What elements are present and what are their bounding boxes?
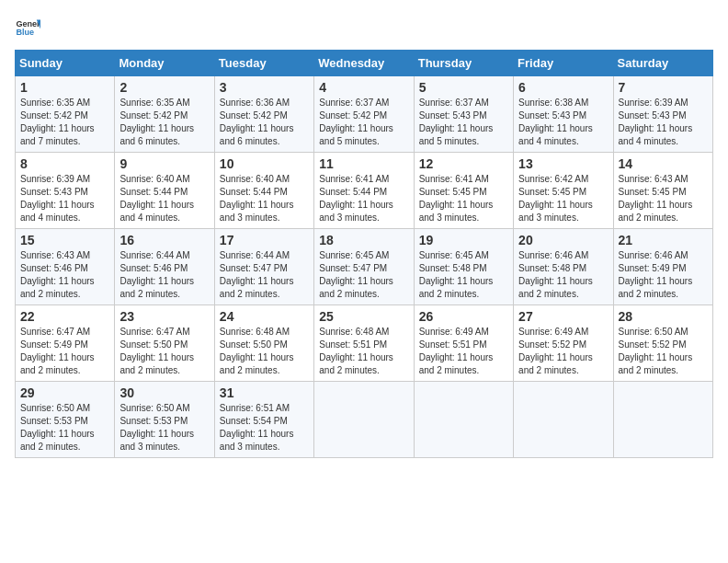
day-info: Sunrise: 6:42 AMSunset: 5:45 PMDaylight:… — [518, 173, 608, 224]
calendar-cell: 15 Sunrise: 6:43 AMSunset: 5:46 PMDaylig… — [16, 229, 115, 305]
calendar-cell: 12 Sunrise: 6:41 AMSunset: 5:45 PMDaylig… — [414, 153, 513, 229]
day-info: Sunrise: 6:50 AMSunset: 5:53 PMDaylight:… — [119, 402, 209, 454]
day-info: Sunrise: 6:50 AMSunset: 5:52 PMDaylight:… — [619, 326, 708, 377]
calendar-cell: 24 Sunrise: 6:48 AMSunset: 5:50 PMDaylig… — [214, 305, 313, 382]
day-info: Sunrise: 6:35 AMSunset: 5:42 PMDaylight:… — [20, 97, 109, 148]
calendar-cell — [414, 382, 513, 458]
calendar-cell: 10 Sunrise: 6:40 AMSunset: 5:44 PMDaylig… — [214, 153, 313, 229]
calendar-cell: 9 Sunrise: 6:40 AMSunset: 5:44 PMDayligh… — [115, 153, 214, 229]
weekday-header-saturday: Saturday — [613, 51, 712, 76]
day-number: 26 — [419, 309, 508, 324]
day-info: Sunrise: 6:37 AMSunset: 5:43 PMDaylight:… — [419, 97, 508, 148]
calendar-cell: 17 Sunrise: 6:44 AMSunset: 5:47 PMDaylig… — [214, 229, 313, 305]
page-header: General Blue — [15, 15, 713, 40]
calendar-cell: 31 Sunrise: 6:51 AMSunset: 5:54 PMDaylig… — [214, 382, 313, 458]
calendar-cell: 27 Sunrise: 6:49 AMSunset: 5:52 PMDaylig… — [514, 305, 613, 382]
calendar-cell: 11 Sunrise: 6:41 AMSunset: 5:44 PMDaylig… — [314, 153, 414, 229]
day-number: 21 — [619, 233, 708, 247]
day-info: Sunrise: 6:46 AMSunset: 5:48 PMDaylight:… — [518, 249, 608, 301]
day-info: Sunrise: 6:39 AMSunset: 5:43 PMDaylight:… — [619, 97, 708, 148]
calendar-cell: 21 Sunrise: 6:46 AMSunset: 5:49 PMDaylig… — [613, 229, 712, 305]
calendar-cell: 3 Sunrise: 6:36 AMSunset: 5:42 PMDayligh… — [214, 76, 313, 153]
day-number: 25 — [319, 309, 408, 324]
day-number: 7 — [619, 80, 708, 95]
calendar-cell: 8 Sunrise: 6:39 AMSunset: 5:43 PMDayligh… — [16, 153, 115, 229]
day-number: 19 — [419, 233, 508, 247]
calendar-cell — [314, 382, 414, 458]
day-number: 29 — [20, 385, 109, 400]
day-info: Sunrise: 6:41 AMSunset: 5:44 PMDaylight:… — [319, 173, 408, 224]
day-info: Sunrise: 6:50 AMSunset: 5:53 PMDaylight:… — [20, 402, 109, 454]
calendar-cell: 22 Sunrise: 6:47 AMSunset: 5:49 PMDaylig… — [16, 305, 115, 382]
day-number: 28 — [619, 309, 708, 324]
svg-text:Blue: Blue — [16, 28, 34, 37]
day-info: Sunrise: 6:46 AMSunset: 5:49 PMDaylight:… — [619, 249, 708, 301]
day-info: Sunrise: 6:43 AMSunset: 5:45 PMDaylight:… — [619, 173, 708, 224]
weekday-header-row: SundayMondayTuesdayWednesdayThursdayFrid… — [16, 51, 713, 76]
calendar-cell: 6 Sunrise: 6:38 AMSunset: 5:43 PMDayligh… — [514, 76, 613, 153]
weekday-header-sunday: Sunday — [16, 51, 115, 76]
calendar-cell: 13 Sunrise: 6:42 AMSunset: 5:45 PMDaylig… — [514, 153, 613, 229]
weekday-header-monday: Monday — [115, 51, 214, 76]
calendar-cell: 18 Sunrise: 6:45 AMSunset: 5:47 PMDaylig… — [314, 229, 414, 305]
day-info: Sunrise: 6:51 AMSunset: 5:54 PMDaylight:… — [220, 402, 309, 454]
calendar-cell: 29 Sunrise: 6:50 AMSunset: 5:53 PMDaylig… — [16, 382, 115, 458]
day-number: 18 — [319, 233, 408, 247]
day-info: Sunrise: 6:48 AMSunset: 5:51 PMDaylight:… — [319, 326, 408, 377]
day-info: Sunrise: 6:45 AMSunset: 5:47 PMDaylight:… — [319, 249, 408, 301]
day-info: Sunrise: 6:49 AMSunset: 5:51 PMDaylight:… — [419, 326, 508, 377]
day-number: 17 — [220, 233, 309, 247]
calendar-week-row: 22 Sunrise: 6:47 AMSunset: 5:49 PMDaylig… — [16, 305, 713, 382]
day-number: 13 — [518, 156, 608, 171]
day-number: 6 — [518, 80, 608, 95]
calendar-week-row: 15 Sunrise: 6:43 AMSunset: 5:46 PMDaylig… — [16, 229, 713, 305]
day-info: Sunrise: 6:40 AMSunset: 5:44 PMDaylight:… — [119, 173, 209, 224]
calendar-cell: 25 Sunrise: 6:48 AMSunset: 5:51 PMDaylig… — [314, 305, 414, 382]
day-info: Sunrise: 6:45 AMSunset: 5:48 PMDaylight:… — [419, 249, 508, 301]
calendar-week-row: 8 Sunrise: 6:39 AMSunset: 5:43 PMDayligh… — [16, 153, 713, 229]
day-number: 9 — [119, 156, 209, 171]
calendar-cell: 2 Sunrise: 6:35 AMSunset: 5:42 PMDayligh… — [115, 76, 214, 153]
calendar-cell: 20 Sunrise: 6:46 AMSunset: 5:48 PMDaylig… — [514, 229, 613, 305]
day-number: 10 — [220, 156, 309, 171]
calendar-cell: 14 Sunrise: 6:43 AMSunset: 5:45 PMDaylig… — [613, 153, 712, 229]
day-info: Sunrise: 6:44 AMSunset: 5:46 PMDaylight:… — [119, 249, 209, 301]
calendar-table: SundayMondayTuesdayWednesdayThursdayFrid… — [15, 50, 713, 458]
day-number: 24 — [220, 309, 309, 324]
calendar-cell: 26 Sunrise: 6:49 AMSunset: 5:51 PMDaylig… — [414, 305, 513, 382]
day-number: 30 — [119, 385, 209, 400]
day-number: 4 — [319, 80, 408, 95]
weekday-header-tuesday: Tuesday — [214, 51, 313, 76]
logo: General Blue — [15, 15, 44, 40]
day-number: 15 — [20, 233, 109, 247]
svg-text:General: General — [16, 19, 40, 29]
day-info: Sunrise: 6:43 AMSunset: 5:46 PMDaylight:… — [20, 249, 109, 301]
logo-icon: General Blue — [15, 15, 40, 40]
day-number: 27 — [518, 309, 608, 324]
calendar-cell: 1 Sunrise: 6:35 AMSunset: 5:42 PMDayligh… — [16, 76, 115, 153]
day-number: 1 — [20, 80, 109, 95]
day-number: 14 — [619, 156, 708, 171]
weekday-header-thursday: Thursday — [414, 51, 513, 76]
day-info: Sunrise: 6:48 AMSunset: 5:50 PMDaylight:… — [220, 326, 309, 377]
calendar-week-row: 1 Sunrise: 6:35 AMSunset: 5:42 PMDayligh… — [16, 76, 713, 153]
calendar-cell: 23 Sunrise: 6:47 AMSunset: 5:50 PMDaylig… — [115, 305, 214, 382]
calendar-cell: 5 Sunrise: 6:37 AMSunset: 5:43 PMDayligh… — [414, 76, 513, 153]
calendar-cell: 30 Sunrise: 6:50 AMSunset: 5:53 PMDaylig… — [115, 382, 214, 458]
calendar-cell: 7 Sunrise: 6:39 AMSunset: 5:43 PMDayligh… — [613, 76, 712, 153]
day-info: Sunrise: 6:38 AMSunset: 5:43 PMDaylight:… — [518, 97, 608, 148]
day-number: 12 — [419, 156, 508, 171]
day-info: Sunrise: 6:36 AMSunset: 5:42 PMDaylight:… — [220, 97, 309, 148]
day-info: Sunrise: 6:49 AMSunset: 5:52 PMDaylight:… — [518, 326, 608, 377]
day-number: 16 — [119, 233, 209, 247]
day-number: 31 — [220, 385, 309, 400]
calendar-cell: 28 Sunrise: 6:50 AMSunset: 5:52 PMDaylig… — [613, 305, 712, 382]
day-info: Sunrise: 6:35 AMSunset: 5:42 PMDaylight:… — [119, 97, 209, 148]
day-number: 2 — [119, 80, 209, 95]
day-info: Sunrise: 6:47 AMSunset: 5:49 PMDaylight:… — [20, 326, 109, 377]
day-info: Sunrise: 6:41 AMSunset: 5:45 PMDaylight:… — [419, 173, 508, 224]
calendar-cell: 4 Sunrise: 6:37 AMSunset: 5:42 PMDayligh… — [314, 76, 414, 153]
calendar-cell: 16 Sunrise: 6:44 AMSunset: 5:46 PMDaylig… — [115, 229, 214, 305]
day-info: Sunrise: 6:47 AMSunset: 5:50 PMDaylight:… — [119, 326, 209, 377]
day-info: Sunrise: 6:39 AMSunset: 5:43 PMDaylight:… — [20, 173, 109, 224]
